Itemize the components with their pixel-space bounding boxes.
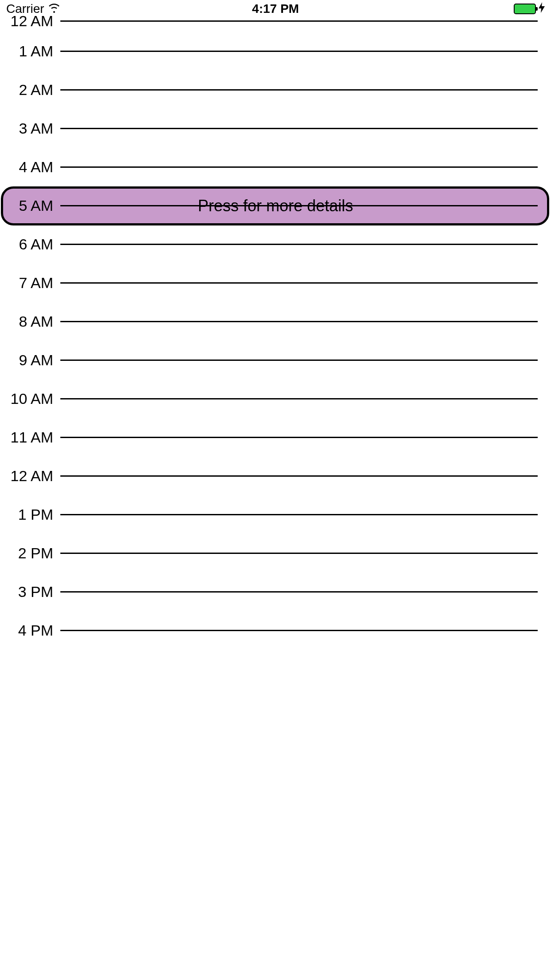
hour-label: 1 AM bbox=[0, 43, 58, 60]
hour-separator bbox=[60, 128, 538, 129]
hour-label: 5 AM bbox=[0, 197, 58, 214]
hour-label: 6 AM bbox=[0, 236, 58, 253]
hour-separator bbox=[60, 591, 538, 593]
hour-row-5am[interactable]: 5 AM Press for more details bbox=[0, 186, 551, 225]
hour-separator bbox=[60, 244, 538, 245]
hour-label: 4 PM bbox=[0, 622, 58, 639]
hour-label: 4 AM bbox=[0, 158, 58, 176]
hour-separator bbox=[60, 630, 538, 631]
calendar-day-view[interactable]: 12 AM 1 AM 2 AM 3 AM 4 AM 5 AM bbox=[0, 10, 551, 650]
hour-separator bbox=[60, 553, 538, 554]
hour-label: 9 AM bbox=[0, 352, 58, 369]
hour-separator bbox=[60, 282, 538, 284]
hour-label: 12 AM bbox=[0, 467, 58, 485]
hour-row-2am[interactable]: 2 AM bbox=[0, 71, 551, 109]
hour-row-12am[interactable]: 12 AM bbox=[0, 10, 551, 32]
hour-label: 7 AM bbox=[0, 274, 58, 292]
hour-label: 2 PM bbox=[0, 545, 58, 562]
hour-label: 1 PM bbox=[0, 506, 58, 523]
hour-separator bbox=[60, 51, 538, 52]
hour-label: 12 AM bbox=[0, 12, 58, 30]
hour-label: 10 AM bbox=[0, 390, 58, 407]
hour-row-8am[interactable]: 8 AM bbox=[0, 302, 551, 341]
hour-row-1am[interactable]: 1 AM bbox=[0, 32, 551, 71]
hour-row-9am[interactable]: 9 AM bbox=[0, 341, 551, 379]
hour-row-7am[interactable]: 7 AM bbox=[0, 264, 551, 302]
event-label: Press for more details bbox=[198, 197, 353, 215]
hour-row-2pm[interactable]: 2 PM bbox=[0, 534, 551, 573]
hour-separator bbox=[60, 475, 538, 477]
hour-label: 8 AM bbox=[0, 313, 58, 330]
hour-separator bbox=[60, 398, 538, 399]
hour-row-6am[interactable]: 6 AM bbox=[0, 225, 551, 264]
hour-separator bbox=[60, 166, 538, 168]
hour-row-12pm[interactable]: 12 AM bbox=[0, 457, 551, 495]
hour-label: 11 AM bbox=[0, 429, 58, 446]
hour-separator bbox=[60, 20, 538, 22]
hour-label: 3 PM bbox=[0, 583, 58, 601]
hour-row-3pm[interactable]: 3 PM bbox=[0, 573, 551, 611]
hour-label: 3 AM bbox=[0, 120, 58, 137]
hour-separator bbox=[60, 321, 538, 322]
hour-row-4am[interactable]: 4 AM bbox=[0, 148, 551, 186]
hour-label: 2 AM bbox=[0, 81, 58, 99]
hour-row-10am[interactable]: 10 AM bbox=[0, 379, 551, 418]
hour-row-1pm[interactable]: 1 PM bbox=[0, 495, 551, 534]
hour-separator bbox=[60, 514, 538, 515]
hour-separator bbox=[60, 360, 538, 361]
hour-row-11am[interactable]: 11 AM bbox=[0, 418, 551, 457]
hour-row-3am[interactable]: 3 AM bbox=[0, 109, 551, 148]
hour-separator bbox=[60, 89, 538, 91]
hour-row-4pm[interactable]: 4 PM bbox=[0, 611, 551, 650]
hour-separator bbox=[60, 437, 538, 438]
